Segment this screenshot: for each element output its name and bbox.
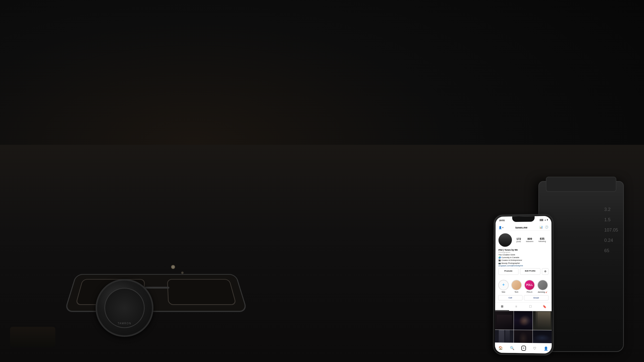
contact-row: Call Email [495,295,551,303]
followers-count: 809 [528,237,532,240]
battery-icon: ▮ [547,219,548,221]
following-label: following [539,240,546,242]
story-new-label: New [502,291,505,293]
status-time: 19:51 [499,219,505,222]
story-tech-label: Tech [515,291,518,293]
profile-header: 172 posts 809 followers 835 following [495,230,552,278]
bio-line-3: 🎬 Creator & Entrepreneur [498,259,548,262]
glasses-bridge [145,287,170,289]
lens-mark-2: 1.5 [604,217,618,222]
left-object [10,327,55,347]
story-new[interactable]: + New [498,280,509,293]
tab-saved[interactable]: 🔖 [537,303,552,311]
stories-row: + New Tech POLL [495,278,552,295]
story-polls[interactable]: POLL POLLS [524,280,535,293]
chart-icon[interactable]: 📊 [539,225,543,229]
status-icons: ▌▌▌ ▲ ▮ [540,219,548,221]
stat-posts: 172 posts [516,237,521,243]
volume-down-button [493,244,494,250]
bottom-nav: 🏠 🔍 + ♡ 👤 [495,342,552,353]
power-button [553,239,554,248]
profile-stats: 172 posts 809 followers 835 following [514,237,548,243]
nav-home-icon[interactable]: 🏠 [499,346,503,350]
tab-list[interactable]: ≡ [509,303,523,311]
wifi-icon: ▲ [544,219,546,221]
big-lens-top [546,177,616,192]
promote-button[interactable]: Promote [498,268,518,275]
add-friend-icon[interactable]: 👤+ [499,226,504,229]
phone: 19:51 ▌▌▌ ▲ ▮ 👤+ tones.me 📊 🕐 [493,214,554,355]
signal-icon: ▌▌▌ [540,219,544,221]
instagram-topnav: 👤+ tones.me 📊 🕐 [496,223,551,231]
nav-create-icon[interactable]: + [521,345,526,351]
tab-tagged[interactable]: ☐ [523,303,537,311]
story-tech[interactable]: Tech [511,280,522,293]
story-tech-circle [511,280,522,290]
profile-username: tones.me [515,226,528,229]
phone-body: 19:51 ▌▌▌ ▲ ▮ 👤+ tones.me 📊 🕐 [493,214,554,355]
stat-following[interactable]: 835 following [539,237,546,242]
posts-label: posts [516,240,521,243]
volume-up-button [493,235,494,241]
profile-bio: Phil | Tones by Me Photographer The Crea… [498,248,548,267]
lens-mark-5: 65 [604,248,618,253]
tab-grid[interactable]: ⊞ [495,302,509,310]
call-button[interactable]: Call [498,295,522,300]
avatar-stats-row: 172 posts 809 followers 835 following [498,233,548,247]
profile-action-buttons: Promote Edit Profile ⚙ [498,268,548,275]
glasses-lens-right [167,279,237,305]
story-jamming[interactable]: Jamming 🎸 [537,280,548,293]
glasses-frame [64,274,248,312]
profile-avatar [498,233,512,247]
phone-notch [512,216,535,222]
photo-3[interactable] [533,311,552,330]
lens-cap-text: TAMRON [118,322,132,325]
lens-cap: TAMRON [96,279,153,337]
phone-screen: 19:51 ▌▌▌ ▲ ▮ 👤+ tones.me 📊 🕐 [495,216,552,353]
clock-icon[interactable]: 🕐 [545,225,548,229]
topnav-right: 📊 🕐 [539,225,548,229]
lens-cap-inner: TAMRON [104,288,145,328]
story-new-circle: + [498,280,509,290]
following-count: 835 [540,237,544,240]
instagram-screen: 👤+ tones.me 📊 🕐 [495,223,552,353]
story-jamming-label: Jamming 🎸 [538,291,548,293]
lens-mark-4: 0.24 [604,238,618,243]
stat-followers[interactable]: 809 followers [526,237,533,242]
avatar-image [498,233,512,247]
story-polls-circle: POLL [524,280,535,290]
story-tech-thumb [512,280,521,290]
email-button[interactable]: Email [524,295,549,300]
followers-label: followers [526,240,533,242]
story-polls-label: POLLS [527,291,533,293]
story-jamming-thumb [538,280,547,290]
photo-1[interactable] [495,311,514,330]
lens-mark-3: 107.05 [604,228,618,233]
edit-profile-button[interactable]: Edit Profile [520,268,540,275]
bio-line-4: 📷 Moody Photographer [498,261,548,264]
photo-2[interactable] [514,311,533,330]
settings-button[interactable]: ⚙ [542,268,548,275]
nav-profile-icon[interactable]: 👤 [544,346,548,351]
plus-icon: + [502,282,505,288]
story-polls-thumb: POLL [525,280,534,290]
posts-count: 172 [516,237,521,240]
nav-activity-icon[interactable]: ♡ [533,346,536,350]
nav-search-icon[interactable]: 🔍 [510,346,514,350]
grid-tabs: ⊞ ≡ ☐ 🔖 [495,302,552,311]
story-jamming-circle [537,280,548,290]
bio-link[interactable]: unsplash.com/@tonesbyme [498,264,548,267]
lens-markings: 3.2 1.5 107.05 0.24 65 [604,207,618,253]
lens-mark-1: 3.2 [604,207,618,212]
